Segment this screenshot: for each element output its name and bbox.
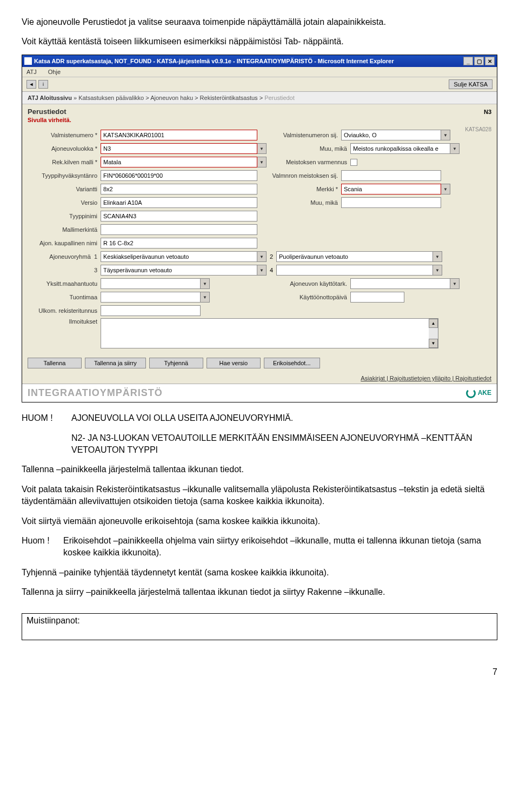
dropdown-icon[interactable]: ▼	[201, 292, 210, 303]
lbl-muumika2: Muu, mikä	[257, 199, 341, 206]
lbl-mallimerk: Mallimerkintä	[28, 226, 101, 233]
error-text: Sivulla virheitä.	[22, 117, 497, 125]
varmennus-checkbox[interactable]	[350, 159, 357, 166]
menu-ohje[interactable]: Ohje	[48, 69, 61, 75]
lbl-valmsij: Valmistenumeron sij.	[257, 132, 341, 138]
muumika2-input[interactable]	[341, 197, 441, 208]
footer-bar: INTEGRAATIOYMPÄRISTÖ AKE	[22, 384, 497, 402]
lbl-varmennus: Meistoksen varmennus	[267, 159, 350, 165]
versio-input[interactable]	[101, 197, 257, 208]
titlebar: Katsa ADR superkatsastaja, NOT_FOUND - K…	[22, 55, 497, 67]
dropdown-icon[interactable]: ▼	[450, 278, 460, 289]
tuontimaa-select[interactable]	[101, 292, 201, 303]
valmistenumero-input[interactable]	[101, 130, 257, 140]
tallenna-button[interactable]: Tallenna	[28, 358, 82, 368]
info-button[interactable]: i	[38, 80, 48, 89]
kaupnimi-input[interactable]	[101, 238, 257, 249]
muumika-select[interactable]	[350, 143, 450, 154]
lbl-versio: Versio	[28, 199, 101, 206]
ulkomrek-input[interactable]	[101, 305, 201, 316]
bc-rekisterointi[interactable]: Rekisteröintikatsastus	[200, 95, 258, 101]
hae-versio-button[interactable]: Hae versio	[207, 358, 261, 368]
ryhma2-select[interactable]	[276, 251, 433, 262]
merkki-select[interactable]	[341, 184, 441, 194]
kayttark-select[interactable]	[350, 278, 450, 289]
mallimerk-input[interactable]	[101, 224, 257, 235]
ryhma1-select[interactable]	[101, 251, 257, 262]
menubar: ATJ Ohje	[22, 67, 497, 77]
close-katsa-button[interactable]: Sulje KATSA	[449, 79, 493, 89]
link-rajyllapito[interactable]: Rajoitustietojen ylläpito	[390, 375, 451, 381]
lbl-r2n: 2	[267, 253, 276, 260]
tyyppihyv-input[interactable]	[101, 170, 257, 181]
tyhjenna-button[interactable]: Tyhjennä	[149, 358, 203, 368]
dropdown-icon[interactable]: ▼	[201, 278, 210, 289]
lbl-kaupnimi: Ajon. kaupallinen nimi	[28, 240, 101, 246]
lbl-r4n: 4	[267, 267, 276, 273]
intro-p2: Voit käyttää kentästä toiseen liikkumise…	[22, 36, 497, 48]
intro-p1: Vie ajoneuvolle Perustiedot ja valitse s…	[22, 16, 497, 28]
minimize-button[interactable]: _	[463, 57, 473, 65]
menu-atj[interactable]: ATJ	[26, 69, 37, 75]
after-p3: Voit siirtyä viemään ajoneuvolle erikois…	[22, 515, 497, 527]
ilmoitukset-listbox[interactable]: ▲ ▼	[101, 318, 438, 348]
close-button[interactable]: ✕	[485, 57, 495, 65]
tallenna-siirry-button[interactable]: Tallenna ja siirry	[85, 358, 146, 368]
dropdown-icon[interactable]: ▼	[257, 251, 267, 262]
scroll-up-icon[interactable]: ▲	[429, 319, 438, 328]
env-text: INTEGRAATIOYMPÄRISTÖ	[28, 387, 163, 399]
after-p5: Tallenna ja siirry –painikkeella järjest…	[22, 586, 497, 598]
lbl-ulkomrek: Ulkom. rekisteritunnus	[28, 307, 101, 314]
scroll-down-icon[interactable]: ▼	[429, 339, 438, 348]
lbl-tyyppihyv: Tyyppihyväksyntänro	[28, 172, 101, 179]
notes-box: Muistiinpanot:	[22, 613, 497, 640]
rekmalli-select[interactable]	[101, 157, 257, 167]
ryhma3-select[interactable]	[101, 265, 257, 276]
dropdown-icon[interactable]: ▼	[433, 265, 442, 276]
luokka-select[interactable]	[101, 143, 257, 154]
links-bar: Asiakirjat | Rajoitustietojen ylläpito |…	[22, 373, 497, 384]
kayttoon-input[interactable]	[350, 292, 404, 303]
dropdown-icon[interactable]: ▼	[450, 143, 460, 154]
link-rajoitustiedot[interactable]: Rajoitustiedot	[455, 375, 491, 381]
app-icon	[24, 57, 32, 65]
lbl-merkki: Merkki *	[257, 186, 341, 192]
tyyppinimi-input[interactable]	[101, 211, 257, 222]
breadcrumb: ATJ Aloitussivu » Katsastuksen päävalikk…	[22, 92, 497, 104]
valmsij2-input[interactable]	[341, 170, 441, 181]
lbl-valmistenumero: Valmistenumero *	[28, 132, 101, 138]
header-class: N3	[484, 109, 491, 115]
dropdown-icon[interactable]: ▼	[433, 251, 442, 262]
maximize-button[interactable]: ▢	[474, 57, 484, 65]
back-button[interactable]: ◄	[26, 80, 36, 89]
lbl-yksmaah: Yksitt.maahantuotu	[28, 280, 101, 287]
after-p1: Tallenna –painikkeella järjestelmä talle…	[22, 464, 497, 475]
scrollbar[interactable]: ▲ ▼	[429, 319, 438, 348]
lbl-muumika: Muu, mikä	[267, 145, 350, 152]
dropdown-icon[interactable]: ▼	[441, 184, 450, 194]
dropdown-icon[interactable]: ▼	[441, 130, 450, 140]
bc-start[interactable]: ATJ Aloitussivu	[28, 95, 72, 101]
huom1-indent: N2- JA N3-LUOKAN VETOAUTOILLE MERKITÄÄN …	[71, 432, 497, 457]
dropdown-icon[interactable]: ▼	[257, 157, 267, 167]
lbl-kayttoon: Käyttöönottopäivä	[267, 294, 350, 300]
huom2-label: Huom !	[22, 535, 63, 559]
huom1-text: AJONEUVOLLA VOI OLLA USEITA AJONEUVORYHM…	[71, 412, 293, 424]
after-p4: Tyhjennä –painike tyhjentää täydennetyt …	[22, 567, 497, 579]
erikoisehdot-button[interactable]: Erikoisehdot...	[264, 358, 320, 368]
app-window: Katsa ADR superkatsastaja, NOT_FOUND - K…	[22, 55, 497, 402]
ryhma4-select[interactable]	[276, 265, 433, 276]
valmsij-select[interactable]	[341, 130, 441, 140]
bc-paavalikko[interactable]: Katsastuksen päävalikko	[78, 95, 144, 101]
page-code: KATSA028	[465, 126, 491, 132]
lbl-luokka: Ajoneuvoluokka *	[28, 145, 101, 152]
toolbar: ◄ i Sulje KATSA	[22, 77, 497, 92]
dropdown-icon[interactable]: ▼	[257, 265, 267, 276]
lbl-valmsij2: Valmnron meistoksen sij.	[257, 172, 341, 179]
lbl-kayttark: Ajoneuvon käyttötark.	[267, 280, 350, 287]
yksmaah-select[interactable]	[101, 278, 201, 289]
link-asiakirjat[interactable]: Asiakirjat	[361, 375, 385, 381]
variantti-input[interactable]	[101, 184, 257, 194]
dropdown-icon[interactable]: ▼	[257, 143, 267, 154]
lbl-tuontimaa: Tuontimaa	[28, 294, 101, 300]
